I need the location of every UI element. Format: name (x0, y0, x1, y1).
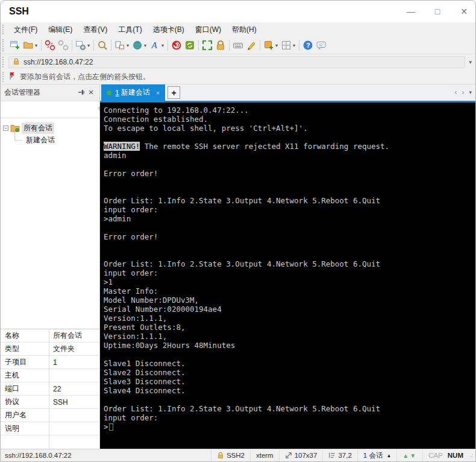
menu-item-5[interactable]: 窗口(W) (190, 23, 227, 37)
terminal-line: Slave4 Disconnect. (104, 386, 475, 395)
log-button[interactable] (170, 39, 183, 52)
refresh-button[interactable] (183, 39, 196, 52)
status-session-count[interactable]: 1 会话 ▲ (357, 449, 397, 461)
dropdown-arrow-icon[interactable]: ▾ (161, 43, 164, 48)
reconnect-button[interactable] (57, 39, 70, 52)
scroll-arrows-icon[interactable]: ▲▼ (396, 449, 422, 461)
find-button[interactable] (96, 39, 109, 52)
web-button[interactable]: ▾ (131, 39, 148, 52)
tab-close-icon[interactable]: × (156, 89, 160, 97)
virtual-keyboard-button[interactable] (231, 39, 245, 52)
property-row-1: 类型文件夹 (1, 343, 99, 356)
terminal-line: Master Info: (104, 286, 475, 296)
info-grip[interactable] (2, 72, 5, 81)
terminal-line (104, 241, 475, 250)
address-field[interactable]: ssh://192.168.0.47:22 (8, 56, 465, 68)
terminal-line (104, 350, 475, 359)
toolbar-grip[interactable] (2, 39, 5, 51)
highlight-pen-icon (246, 40, 257, 51)
menu-grip[interactable] (2, 25, 5, 35)
dropdown-arrow-icon[interactable]: ▾ (275, 43, 278, 48)
open-session-button[interactable]: ▾ (22, 39, 39, 52)
dropdown-arrow-icon[interactable]: ▾ (35, 43, 37, 48)
property-label: 端口 (1, 384, 49, 394)
dropdown-arrow-icon[interactable]: ▾ (87, 43, 90, 48)
address-url: ssh://192.168.0.47:22 (23, 58, 93, 66)
property-value: SSH (49, 398, 99, 407)
property-value: 所有会话 (49, 331, 99, 341)
session-properties-button[interactable]: ▾ (74, 39, 92, 52)
tree-label-new-session[interactable]: 新建会话 (24, 134, 57, 146)
menu-item-1[interactable]: 编辑(E) (43, 23, 78, 37)
tab-list-dropdown-icon[interactable]: ▾ (469, 89, 472, 95)
session-tree: − 所有会话 新建会话 (1, 118, 99, 329)
info-message: 要添加当前会话，点击左侧的箭头按钮。 (20, 72, 150, 82)
menu-item-6[interactable]: 帮助(H) (227, 23, 262, 37)
grid-view-icon (281, 40, 292, 51)
new-file-button[interactable]: ▾ (262, 39, 280, 52)
panel-close-icon[interactable]: ✕ (86, 89, 96, 97)
terminal-screen[interactable]: Connecting to 192.168.0.47:22...Connecti… (100, 103, 475, 449)
terminal-line (104, 250, 475, 259)
status-bar: ssh://192.168.0.47:22 SSH2 xterm 107x37 … (1, 449, 475, 461)
session-search-input[interactable] (4, 106, 98, 114)
terminal-line: Present Outlets:8, (104, 323, 475, 332)
address-dropdown-icon[interactable]: ▾ (468, 59, 475, 65)
highlight-pen-button[interactable] (245, 39, 258, 52)
address-grip[interactable] (2, 57, 5, 68)
title-bar: SSH — □ ✕ (1, 1, 475, 22)
disconnect-icon (45, 40, 55, 51)
terminal-side: 1 新建会话 × + ‹ › ▾ Connecting to 192.168.0… (100, 84, 475, 449)
feedback-button[interactable] (315, 39, 328, 52)
property-label: 说明 (1, 423, 49, 434)
menu-item-0[interactable]: 文件(F) (8, 23, 43, 37)
terminal-line: Order List: 1.Info 2.State 3.Output 4.Ne… (104, 196, 475, 205)
layout-button[interactable]: ▾ (113, 39, 131, 52)
tree-label-all-sessions[interactable]: 所有会话 (22, 122, 54, 134)
terminal-line (104, 160, 475, 169)
terminal-line: Version:1.1.1, (104, 314, 475, 323)
close-button[interactable]: ✕ (457, 7, 471, 16)
lock-button[interactable] (214, 39, 227, 52)
window-title: SSH (1, 6, 29, 17)
tab-scroll-left-icon[interactable]: ‹ (454, 88, 457, 97)
flag-icon[interactable] (8, 72, 16, 82)
terminal-line: input order: (104, 205, 475, 214)
terminal-line: WARNING! The remote SSH server rejected … (104, 142, 475, 151)
new-tab-button[interactable]: + (168, 86, 180, 99)
status-terminal-type[interactable]: xterm (250, 449, 279, 461)
menu-item-3[interactable]: 工具(T) (113, 23, 147, 37)
dropdown-arrow-icon[interactable]: ▾ (144, 43, 146, 48)
session-search (1, 101, 99, 118)
maximize-button[interactable]: □ (431, 7, 444, 16)
menu-item-4[interactable]: 选项卡(B) (148, 23, 190, 37)
tree-item-new-session[interactable]: 新建会话 (9, 134, 99, 146)
tab-scroll-right-icon[interactable]: › (462, 88, 464, 97)
address-lock-icon (13, 58, 20, 67)
font-button[interactable]: A▾ (148, 39, 166, 52)
font-icon: A (149, 40, 160, 51)
resize-grip-icon[interactable]: .: (469, 452, 475, 458)
new-session-icon (10, 40, 20, 51)
window-controls: — □ ✕ (404, 1, 471, 22)
fullscreen-button[interactable] (201, 39, 214, 52)
help-button[interactable]: ? (301, 39, 315, 52)
log-icon (171, 40, 182, 51)
tree-expander-icon[interactable]: − (3, 125, 8, 131)
menu-item-2[interactable]: 查看(V) (78, 23, 113, 37)
dropdown-arrow-icon[interactable]: ▾ (293, 43, 295, 48)
terminal-line: Version:1.1.1, (104, 332, 475, 341)
web-icon (132, 40, 143, 51)
help-icon: ? (302, 40, 313, 51)
lock-icon (215, 40, 226, 51)
status-size: 107x37 (279, 449, 323, 461)
tab-new-session[interactable]: 1 新建会话 × (101, 84, 165, 101)
toolbar-separator (299, 40, 299, 51)
encryption-lock-icon (217, 452, 224, 459)
dropdown-arrow-icon[interactable]: ▾ (127, 43, 129, 48)
minimize-button[interactable]: — (404, 7, 418, 16)
grid-view-button[interactable]: ▾ (280, 39, 297, 52)
disconnect-button[interactable] (43, 39, 57, 52)
new-session-button[interactable] (8, 39, 22, 52)
pin-icon[interactable] (77, 89, 86, 97)
